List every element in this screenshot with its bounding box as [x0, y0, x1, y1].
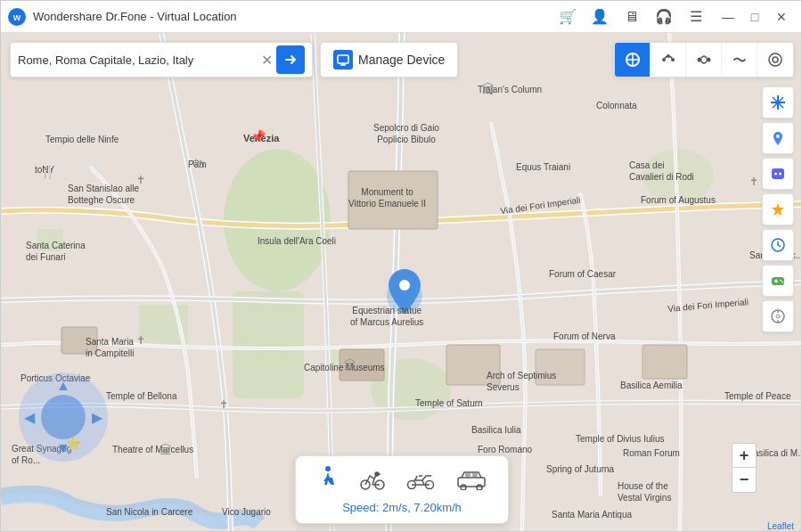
close-button[interactable]: ✕	[769, 4, 794, 29]
compass-button[interactable]	[762, 300, 794, 332]
svg-rect-10	[348, 171, 438, 229]
speed-mode-icons	[317, 465, 487, 494]
svg-point-47	[776, 315, 780, 318]
discord-button[interactable]	[762, 158, 794, 190]
svg-point-28	[706, 58, 710, 62]
joystick-down[interactable]: ▼	[56, 440, 70, 456]
titlebar: W Wondershare Dr.Fone - Virtual Location…	[1, 1, 801, 33]
zoom-out-button[interactable]: −	[732, 468, 757, 493]
svg-rect-37	[772, 168, 784, 179]
joystick-center[interactable]	[41, 395, 86, 439]
svg-point-53	[375, 472, 379, 476]
moped-mode-button[interactable]	[406, 467, 435, 492]
svg-point-36	[776, 135, 780, 138]
svg-rect-60	[472, 473, 478, 477]
svg-rect-15	[642, 345, 687, 379]
svg-rect-4	[233, 291, 304, 398]
google-maps-button[interactable]	[762, 122, 794, 154]
multi-stop-route-button[interactable]	[651, 42, 686, 78]
cart-icon-btn[interactable]: 🛒	[555, 4, 580, 29]
leaflet-attribution[interactable]: Leaflet	[767, 521, 794, 531]
bike-mode-button[interactable]	[360, 467, 385, 492]
menu-icon-btn[interactable]: ☰	[683, 4, 708, 29]
speed-label: Speed:	[342, 501, 379, 514]
mode-toolbar	[614, 42, 794, 78]
manage-device-button[interactable]: Manage Device	[320, 42, 458, 78]
joystick-outer[interactable]: ▲ ▼ ◀ ▶	[19, 372, 108, 462]
search-input[interactable]	[18, 53, 261, 67]
history-button[interactable]	[762, 229, 794, 261]
joystick[interactable]: ▲ ▼ ◀ ▶	[19, 372, 108, 462]
user-icon-btn[interactable]: 👤	[587, 4, 612, 29]
joystick-right[interactable]: ▶	[92, 409, 102, 426]
top-bar: ✕ Manage Device	[10, 42, 794, 78]
header-icons: 🛒 👤 🖥 🎧 ☰	[555, 4, 708, 29]
speed-bar: Speed: 2m/s, 7.20km/h	[295, 455, 509, 524]
svg-point-58	[477, 485, 482, 490]
window-controls: — □ ✕	[716, 4, 794, 29]
maximize-button[interactable]: □	[742, 4, 767, 29]
speed-value: 2m/s, 7.20km/h	[382, 501, 462, 514]
svg-rect-59	[465, 473, 471, 477]
app-icon: W	[8, 8, 26, 26]
right-sidebar	[762, 86, 794, 332]
svg-rect-14	[536, 349, 585, 385]
svg-text:W: W	[13, 13, 21, 22]
manage-device-label: Manage Device	[358, 53, 445, 67]
joystick-left[interactable]: ◀	[24, 409, 35, 426]
favorites-button[interactable]	[762, 193, 794, 225]
car-mode-button[interactable]	[456, 469, 487, 490]
zoom-in-button[interactable]: +	[732, 443, 757, 468]
freeze-button[interactable]	[762, 86, 794, 119]
svg-point-50	[325, 466, 331, 471]
app-title: Wondershare Dr.Fone - Virtual Location	[33, 10, 555, 23]
minimize-button[interactable]: —	[716, 4, 741, 29]
two-stop-route-button[interactable]	[686, 42, 722, 78]
walk-mode-button[interactable]	[317, 465, 339, 494]
svg-point-35	[776, 101, 780, 104]
svg-rect-12	[340, 349, 384, 381]
svg-point-39	[779, 173, 782, 176]
svg-point-38	[774, 173, 777, 176]
svg-point-3	[224, 149, 331, 291]
svg-rect-8	[37, 229, 63, 251]
main-area: Church of the Gesù Torre delle Milizie T…	[1, 33, 802, 532]
search-clear-icon[interactable]: ✕	[261, 52, 273, 69]
teleport-mode-button[interactable]	[615, 42, 651, 78]
svg-rect-11	[446, 345, 500, 385]
svg-rect-13	[61, 327, 97, 354]
monitor-icon-btn[interactable]: 🖥	[619, 4, 644, 29]
game-button[interactable]	[762, 265, 794, 297]
joystick-mode-button[interactable]	[722, 42, 757, 78]
svg-point-27	[697, 58, 701, 62]
search-go-button[interactable]	[276, 45, 305, 74]
svg-rect-18	[338, 55, 348, 63]
svg-point-45	[782, 282, 783, 283]
search-box: ✕	[10, 42, 313, 78]
speed-text: Speed: 2m/s, 7.20km/h	[342, 501, 462, 514]
svg-point-57	[461, 485, 466, 490]
zoom-controls: + −	[732, 443, 757, 493]
svg-point-44	[780, 280, 782, 282]
headphone-icon-btn[interactable]: 🎧	[651, 4, 676, 29]
svg-point-30	[769, 53, 782, 66]
svg-point-29	[773, 57, 778, 62]
settings-mode-button[interactable]	[757, 42, 793, 78]
manage-device-icon	[333, 50, 353, 70]
joystick-up[interactable]: ▲	[56, 378, 70, 394]
svg-point-17	[399, 280, 410, 291]
